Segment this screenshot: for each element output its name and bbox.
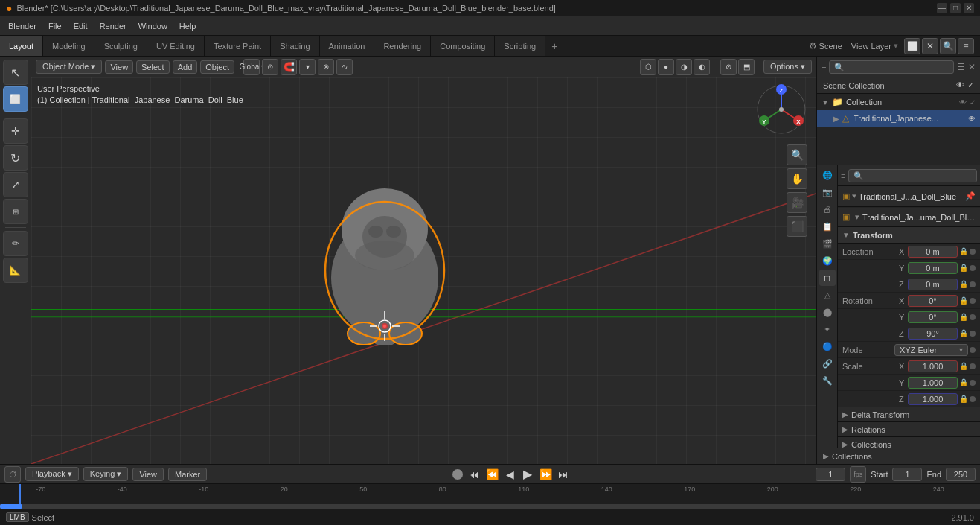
rendered-shading[interactable]: ◐ xyxy=(694,59,710,75)
outliner-item-daruma[interactable]: ▶ △ Traditional_Japanese... 👁 xyxy=(817,110,980,127)
transform-tool[interactable]: ⊞ xyxy=(3,199,28,224)
annotate-tool[interactable]: ✏ xyxy=(3,231,28,256)
object-menu[interactable]: Object xyxy=(200,60,234,74)
tab-shading[interactable]: Shading xyxy=(271,36,319,56)
maximize-button[interactable]: □ xyxy=(950,3,961,13)
props-tab-view-layer[interactable]: 📋 xyxy=(819,218,836,235)
timeline-scrollbar[interactable] xyxy=(0,504,980,509)
location-x-lock[interactable]: 🔒 xyxy=(959,247,968,255)
delta-transform-header[interactable]: ▶ Delta Transform xyxy=(838,407,980,422)
play-button[interactable]: ▶ xyxy=(521,468,534,481)
scale-x-lock[interactable]: 🔒 xyxy=(959,362,968,370)
rotation-y-lock[interactable]: 🔒 xyxy=(959,313,968,321)
jump-to-start[interactable]: ⏮ xyxy=(467,468,481,481)
relations-header[interactable]: ▶ Relations xyxy=(838,422,980,437)
engine-selector[interactable]: ⚙ Scene xyxy=(809,41,842,51)
navigation-gizmo[interactable]: Z X Y xyxy=(755,83,807,136)
filter-button[interactable]: ≡ xyxy=(958,38,974,54)
marker-dropdown[interactable]: Marker xyxy=(168,468,207,481)
rotation-z-lock[interactable]: 🔒 xyxy=(959,329,968,337)
tab-uv-editing[interactable]: UV Editing xyxy=(147,36,205,56)
move-tool[interactable]: ✛ xyxy=(3,118,28,144)
scale-x-value[interactable]: 1.000 xyxy=(908,360,958,372)
outliner-close-icon[interactable]: ✕ xyxy=(968,62,976,72)
rotate-tool[interactable]: ↻ xyxy=(3,145,28,171)
scale-x-keyframe[interactable] xyxy=(970,363,976,369)
props-tab-scene[interactable]: 🌐 xyxy=(819,167,836,183)
tab-scripting[interactable]: Scripting xyxy=(495,36,545,56)
menu-window[interactable]: Window xyxy=(133,20,173,32)
xray-toggle[interactable]: ⬒ xyxy=(738,59,755,75)
end-frame-input[interactable]: 250 xyxy=(946,468,976,481)
tab-compositing[interactable]: Compositing xyxy=(431,36,495,56)
options-dropdown[interactable]: Options ▾ xyxy=(763,60,812,74)
view-menu[interactable]: View xyxy=(105,60,133,74)
start-frame-input[interactable]: 1 xyxy=(892,468,922,481)
scale-z-keyframe[interactable] xyxy=(970,396,976,402)
tab-rendering[interactable]: Rendering xyxy=(374,36,431,56)
tab-sculpting[interactable]: Sculpting xyxy=(95,36,147,56)
props-tab-object[interactable]: ◻ xyxy=(819,270,836,286)
prev-keyframe[interactable]: ⏪ xyxy=(485,468,499,481)
location-y-lock[interactable]: 🔒 xyxy=(959,264,968,272)
transform-section-header[interactable]: ▼ Transform xyxy=(838,227,980,244)
outliner-item-collection[interactable]: ▼ 📁 Collection 👁 ✓ xyxy=(817,94,980,110)
props-tab-scene2[interactable]: 🎬 xyxy=(819,235,836,252)
mesh-type-dropdown[interactable]: ▾ xyxy=(855,212,859,222)
scale-tool[interactable]: ⤢ xyxy=(3,172,28,197)
tab-texture-paint[interactable]: Texture Paint xyxy=(205,36,271,56)
rotation-x-lock[interactable]: 🔒 xyxy=(959,296,968,305)
scale-z-value[interactable]: 1.000 xyxy=(908,393,958,405)
mode-keyframe[interactable] xyxy=(970,347,976,353)
rotation-z-value[interactable]: 90° xyxy=(908,328,958,340)
select-box-tool[interactable]: ⬜ xyxy=(3,86,28,112)
cursor-tool[interactable]: ↖ xyxy=(3,60,28,85)
daruma-object[interactable] xyxy=(310,181,459,345)
select-menu[interactable]: Select xyxy=(136,60,170,74)
props-tab-physics[interactable]: 🔵 xyxy=(819,338,836,354)
scale-z-lock[interactable]: 🔒 xyxy=(959,395,968,403)
keying-dropdown[interactable]: Keying ▾ xyxy=(83,467,129,481)
close-button[interactable]: ✕ xyxy=(964,3,974,13)
timeline-body[interactable]: -70 -40 -10 20 50 80 110 140 170 200 220… xyxy=(0,484,980,509)
playback-dropdown[interactable]: Playback ▾ xyxy=(25,467,79,481)
orthographic-toggle[interactable]: ⬛ xyxy=(787,216,807,237)
proportional-edit-button[interactable]: ⊙ xyxy=(262,59,278,75)
location-z-value[interactable]: 0 m xyxy=(908,279,958,290)
timeline-scrollbar-handle[interactable] xyxy=(0,504,22,509)
global-dropdown[interactable]: Global▾ xyxy=(243,59,260,75)
snap-options[interactable]: ▾ xyxy=(299,59,316,75)
outliner-search-input[interactable] xyxy=(829,60,954,74)
menu-render[interactable]: Render xyxy=(95,20,132,32)
wave-icon[interactable]: ∿ xyxy=(336,59,353,75)
menu-edit[interactable]: Edit xyxy=(68,20,93,32)
collection-expand-arrow[interactable]: ▼ xyxy=(822,98,829,106)
props-tab-world[interactable]: 🌍 xyxy=(819,252,836,269)
record-button[interactable] xyxy=(452,469,463,480)
camera-tool[interactable]: 🎥 xyxy=(787,192,807,213)
rotation-x-keyframe[interactable] xyxy=(970,298,976,304)
collections-footer[interactable]: ▶ Collections xyxy=(817,448,980,464)
props-tab-render[interactable]: 📷 xyxy=(819,184,836,200)
object-mode-dropdown[interactable]: Object Mode ▾ xyxy=(36,60,102,74)
fps-indicator[interactable]: fps xyxy=(850,466,866,483)
scene-collection-check[interactable]: ✓ xyxy=(967,80,974,90)
measure-tool[interactable]: 📐 xyxy=(3,258,28,283)
location-y-value[interactable]: 0 m xyxy=(908,262,958,274)
menu-blender[interactable]: Blender xyxy=(3,20,42,32)
location-z-lock[interactable]: 🔒 xyxy=(959,280,968,288)
props-tab-constraints[interactable]: 🔗 xyxy=(819,355,836,372)
view-dropdown[interactable]: View xyxy=(132,468,164,481)
rotation-x-value[interactable]: 0° xyxy=(908,295,958,307)
props-search-input[interactable] xyxy=(848,169,977,182)
overlay-toggle[interactable]: ⊘ xyxy=(720,59,737,75)
next-keyframe[interactable]: ⏩ xyxy=(539,468,552,481)
minimize-button[interactable]: — xyxy=(937,3,947,13)
add-workspace-button[interactable]: + xyxy=(545,36,563,56)
object-type-dropdown[interactable]: ▾ xyxy=(852,191,856,201)
wireframe-shading[interactable]: ⬡ xyxy=(640,59,656,75)
tab-layout[interactable]: Layout xyxy=(0,36,43,56)
view-layer-selector[interactable]: View Layer ▾ xyxy=(851,41,898,51)
props-tab-modifiers[interactable]: 🔧 xyxy=(819,372,836,389)
rotation-mode-dropdown[interactable]: XYZ Euler ▾ xyxy=(894,344,968,356)
